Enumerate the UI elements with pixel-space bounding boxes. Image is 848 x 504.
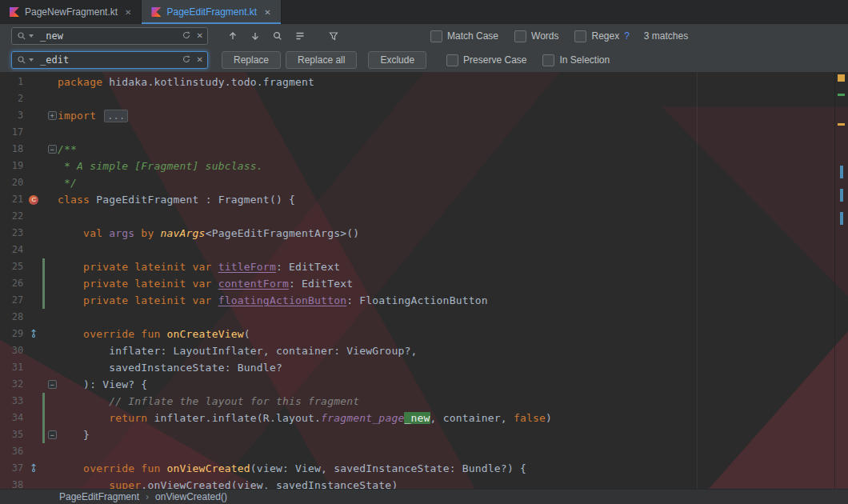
filter-search-results-button[interactable]	[326, 29, 341, 43]
fold-collapse-icon[interactable]: −	[48, 430, 57, 439]
checkbox-regex[interactable]: Regex	[574, 30, 619, 42]
replace-button[interactable]: Replace	[222, 51, 281, 69]
replace-magnifier-icon[interactable]	[17, 55, 26, 65]
line-number: 24	[0, 242, 24, 258]
checkbox-in-selection[interactable]: In Selection	[542, 54, 610, 66]
code-line[interactable]: 27 private lateinit var floatingActionBu…	[0, 292, 835, 309]
clear-replace-icon[interactable]: ✕	[197, 56, 203, 64]
clear-search-icon[interactable]: ✕	[197, 32, 203, 40]
line-number: 35	[0, 426, 24, 443]
code-line[interactable]: 21Cclass PageEditFragment : Fragment() {	[0, 191, 835, 208]
vcs-change-marker	[42, 426, 45, 443]
code-line[interactable]: 3+import ...	[0, 107, 835, 124]
code-line[interactable]: 29 override fun onCreateView(	[0, 326, 835, 342]
close-tab-icon[interactable]: ✕	[125, 8, 131, 17]
replace-field[interactable]: _edit ✕	[11, 51, 208, 69]
orange-stripe-mark[interactable]	[838, 123, 845, 126]
replace-refresh-icon[interactable]	[182, 54, 191, 66]
checkbox-label: Preserve Case	[463, 54, 526, 66]
line-number: 2	[0, 90, 24, 107]
tab-pageeditfragment-kt[interactable]: PageEditFragment.kt✕	[142, 0, 281, 24]
gutter: 27	[0, 292, 58, 309]
blue-stripe-mark[interactable]	[840, 189, 843, 202]
gutter: 19	[0, 158, 58, 174]
tab-pagenewfragment-kt[interactable]: PageNewFragment.kt✕	[0, 0, 142, 24]
code-line[interactable]: 35− }	[0, 426, 835, 443]
line-number: 17	[0, 124, 24, 141]
code-line[interactable]: 24	[0, 242, 835, 258]
scrollbar-error-stripe[interactable]	[834, 72, 848, 504]
ide-window: PageNewFragment.kt✕PageEditFragment.kt✕ …	[0, 0, 848, 504]
blue-stripe-mark[interactable]	[840, 166, 843, 178]
select-all-occurrences-button[interactable]	[293, 29, 307, 43]
find-all-button[interactable]	[270, 29, 285, 43]
search-magnifier-icon[interactable]	[17, 31, 26, 41]
code-line[interactable]: 22	[0, 208, 835, 225]
code-line[interactable]: 26 private lateinit var contentForm: Edi…	[0, 275, 835, 292]
code-line[interactable]: 31 savedInstanceState: Bundle?	[0, 359, 835, 376]
code-line[interactable]: 2	[0, 90, 835, 107]
inspections-indicator-icon[interactable]	[838, 74, 845, 82]
checkbox-box	[514, 30, 526, 42]
replace-all-button[interactable]: Replace all	[286, 51, 357, 69]
tab-bar: PageNewFragment.kt✕PageEditFragment.kt✕	[0, 0, 848, 25]
previous-occurrence-button[interactable]	[226, 29, 240, 43]
search-field[interactable]: _new ✕	[11, 27, 208, 45]
close-tab-icon[interactable]: ✕	[264, 8, 270, 17]
replace-input[interactable]: _edit	[40, 54, 69, 66]
checkbox-match-case[interactable]: Match Case	[430, 30, 498, 42]
checkbox-preserve-case[interactable]: Preserve Case	[446, 54, 526, 66]
code-line[interactable]: 19 * A simple [Fragment] subclass.	[0, 158, 835, 174]
code-line[interactable]: 25 private lateinit var titleForm: EditT…	[0, 258, 835, 275]
next-occurrence-button[interactable]	[248, 29, 262, 43]
code-line[interactable]: 18−/**	[0, 141, 835, 158]
replace-history-caret-icon[interactable]	[29, 58, 34, 62]
fold-expand-icon[interactable]: +	[48, 111, 57, 120]
gutter: 3+	[0, 107, 58, 124]
code-line[interactable]: 33 // Inflate the layout for this fragme…	[0, 393, 835, 410]
vcs-change-marker	[42, 410, 45, 426]
gutter: 32−	[0, 376, 58, 393]
code-lines[interactable]: 1package hidaka.kotlinstudy.todo.fragmen…	[0, 74, 835, 494]
code-line[interactable]: 20 */	[0, 174, 835, 191]
code-line[interactable]: 17	[0, 124, 835, 141]
code-text: */	[58, 174, 77, 191]
search-input[interactable]: _new	[40, 30, 63, 42]
fold-collapse-icon[interactable]: −	[48, 145, 57, 154]
exclude-button[interactable]: Exclude	[368, 51, 426, 69]
editor[interactable]: 1package hidaka.kotlinstudy.todo.fragmen…	[0, 72, 848, 504]
tab-label: PageEditFragment.kt	[166, 6, 257, 18]
checkbox-box	[430, 30, 442, 42]
gutter: 25	[0, 258, 58, 275]
override-method-icon[interactable]	[29, 326, 38, 342]
code-line[interactable]: 37 override fun onViewCreated(view: View…	[0, 460, 835, 477]
code-line[interactable]: 28	[0, 309, 835, 326]
gutter: 22	[0, 208, 58, 225]
override-method-icon[interactable]	[29, 460, 38, 477]
code-line[interactable]: 36	[0, 443, 835, 460]
code-text: override fun onCreateView(	[58, 326, 250, 342]
line-number: 25	[0, 258, 24, 275]
blue-stripe-mark[interactable]	[840, 212, 843, 225]
search-history-caret-icon[interactable]	[29, 34, 34, 38]
code-line[interactable]: 32− ): View? {	[0, 376, 835, 393]
kotlin-file-icon	[151, 7, 161, 17]
class-icon[interactable]: C	[29, 195, 38, 205]
breadcrumbs: PageEditFragment›onViewCreated()	[0, 489, 848, 504]
code-line[interactable]: 30 inflater: LayoutInflater, container: …	[0, 342, 835, 359]
checkbox-words[interactable]: Words	[514, 30, 558, 42]
breadcrumb-item[interactable]: PageEditFragment	[59, 491, 139, 502]
search-refresh-icon[interactable]	[182, 30, 191, 42]
fold-collapse-icon[interactable]: −	[48, 380, 57, 389]
code-line[interactable]: 34 return inflater.inflate(R.layout.frag…	[0, 410, 835, 426]
checkbox-box	[446, 54, 458, 66]
checkbox-box	[574, 30, 586, 42]
code-line[interactable]: 1package hidaka.kotlinstudy.todo.fragmen…	[0, 74, 835, 90]
regex-help-link[interactable]: ?	[624, 30, 630, 42]
breadcrumb-item[interactable]: onViewCreated()	[155, 491, 227, 502]
gutter: 30	[0, 342, 58, 359]
code-text: }	[58, 426, 90, 443]
code-line[interactable]: 23 val args by navArgs<PageEditFragmentA…	[0, 225, 835, 242]
breadcrumb-separator: ›	[146, 491, 149, 502]
green-stripe-mark[interactable]	[838, 94, 845, 96]
